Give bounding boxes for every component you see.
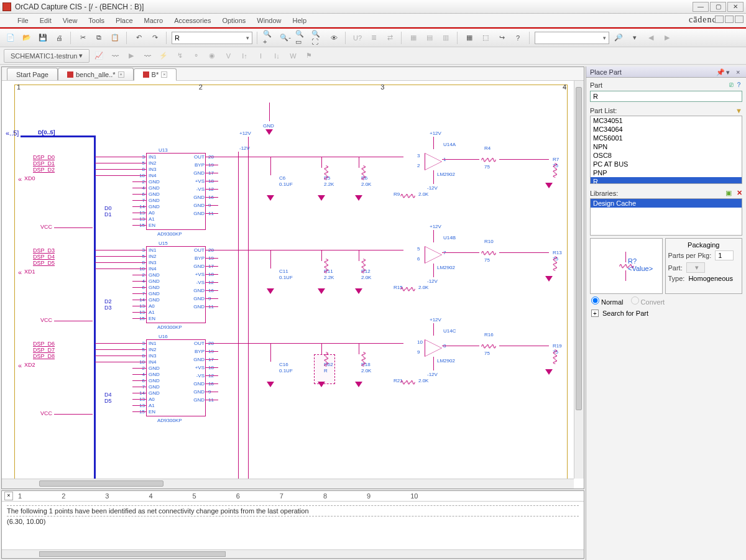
- find-dropdown[interactable]: ▾: [628, 31, 642, 45]
- schematic-dropdown[interactable]: SCHEMATIC1-testrun ▾: [4, 49, 90, 63]
- part-search-combo[interactable]: R: [172, 32, 252, 44]
- log-close-icon[interactable]: ×: [4, 492, 13, 500]
- menu-window[interactable]: Window: [252, 15, 286, 26]
- probe-i-button[interactable]: ↯: [173, 49, 186, 63]
- v-marker-button[interactable]: V: [221, 49, 235, 63]
- area-select-button[interactable]: ⬚: [479, 31, 492, 45]
- paste-button[interactable]: 📋: [108, 31, 122, 45]
- expand-icon[interactable]: +: [591, 310, 599, 317]
- log-hscroll[interactable]: [2, 549, 584, 558]
- sim-view-button[interactable]: 〰: [140, 49, 154, 63]
- find-next[interactable]: ▶: [660, 31, 674, 45]
- part-list-item[interactable]: MC34051: [591, 116, 742, 125]
- help-button[interactable]: ?: [511, 31, 525, 45]
- maximize-button[interactable]: ▢: [710, 2, 726, 12]
- panel-close-icon[interactable]: ×: [736, 68, 744, 76]
- part-list-item[interactable]: PNP: [591, 168, 742, 177]
- sim-profile-button[interactable]: 📈: [92, 49, 106, 63]
- sim-edit-button[interactable]: 〰: [108, 49, 122, 63]
- tab-bench[interactable]: bench_alle..*×: [58, 68, 134, 80]
- sim-run-button[interactable]: ▶: [124, 49, 138, 63]
- part-input[interactable]: [590, 91, 742, 102]
- find-combo[interactable]: [535, 32, 609, 44]
- log-body[interactable]: The following 1 points have been identif…: [2, 502, 584, 549]
- netlist-button[interactable]: ▦: [407, 31, 420, 45]
- close-button[interactable]: ✕: [727, 2, 744, 12]
- flag-button[interactable]: ⚑: [302, 49, 316, 63]
- tab-close[interactable]: ×: [161, 71, 167, 78]
- crossref-button[interactable]: ▥: [439, 31, 453, 45]
- scrollbar-thumb[interactable]: [39, 480, 163, 487]
- tab-start-page[interactable]: Start Page: [7, 68, 58, 80]
- part-list-item[interactable]: MC34064: [591, 125, 742, 134]
- i3-marker-button[interactable]: I↓: [270, 49, 283, 63]
- backannotate-button[interactable]: ⇄: [383, 31, 397, 45]
- part-list[interactable]: MC34051MC34064MC56001NPNOSC8PC AT BUSPNP…: [590, 116, 742, 184]
- part-help-icon[interactable]: ？: [735, 81, 742, 88]
- open-button[interactable]: 📂: [20, 31, 34, 45]
- part-list-item[interactable]: R: [591, 177, 742, 184]
- scrollbar-thumb[interactable]: [576, 87, 582, 410]
- annotate-button[interactable]: ≣: [367, 31, 380, 45]
- pin-icon[interactable]: 📌: [716, 68, 724, 76]
- save-button[interactable]: 💾: [36, 31, 50, 45]
- copy-button[interactable]: ⧉: [92, 31, 106, 45]
- print-button[interactable]: 🖨: [52, 31, 66, 45]
- visibility-button[interactable]: 👁: [327, 31, 341, 45]
- scrollbar-thumb[interactable]: [39, 551, 226, 557]
- probe-v-button[interactable]: ⚡: [157, 49, 170, 63]
- zoom-area-button[interactable]: 🔍▭: [295, 31, 308, 45]
- panel-menu-icon[interactable]: ▾: [726, 68, 734, 76]
- find-prev[interactable]: ◀: [644, 31, 658, 45]
- part-list-item[interactable]: MC56001: [591, 134, 742, 142]
- tab-close[interactable]: ×: [118, 71, 124, 78]
- undo-button[interactable]: ↶: [132, 31, 145, 45]
- horizontal-scrollbar[interactable]: [2, 479, 574, 489]
- drag-button[interactable]: ↪: [495, 31, 509, 45]
- menu-help[interactable]: Help: [287, 15, 311, 26]
- probe-w-button[interactable]: ⚬: [189, 49, 203, 63]
- part-list-item[interactable]: OSC8: [591, 151, 742, 160]
- w-marker-button[interactable]: W: [286, 49, 300, 63]
- zoom-out-button[interactable]: 🔍-: [279, 31, 292, 45]
- cut-button[interactable]: ✂: [76, 31, 90, 45]
- filter-icon[interactable]: ▼: [735, 107, 742, 114]
- mdi-min[interactable]: [715, 16, 724, 23]
- menu-macro[interactable]: Macro: [139, 15, 168, 26]
- place-part-icon[interactable]: ⎚: [729, 81, 734, 88]
- minimize-button[interactable]: —: [693, 2, 709, 12]
- remove-library-icon[interactable]: ✕: [737, 189, 742, 197]
- zoom-fit-button[interactable]: 🔍⛶: [311, 31, 325, 45]
- vertical-scrollbar[interactable]: [574, 81, 584, 479]
- part-list-item[interactable]: NPN: [591, 142, 742, 151]
- bom-button[interactable]: ▤: [423, 31, 436, 45]
- mdi-close[interactable]: [735, 16, 744, 23]
- radio-convert[interactable]: Convert: [631, 296, 665, 306]
- search-for-part[interactable]: + Search for Part: [586, 308, 746, 321]
- radio-normal[interactable]: Normal: [591, 296, 624, 306]
- part-list-item[interactable]: PC AT BUS: [591, 160, 742, 168]
- tab-b[interactable]: B*×: [134, 68, 177, 81]
- add-library-icon[interactable]: ▣: [725, 189, 732, 197]
- menu-file[interactable]: File: [12, 15, 34, 26]
- drc-button[interactable]: U?: [351, 31, 364, 45]
- schematic-canvas[interactable]: 1 2 3 4 GNDD[0..5]«..5]+12V-12VDSP_D0DSP…: [2, 81, 574, 479]
- menu-edit[interactable]: Edit: [35, 15, 57, 26]
- menu-tools[interactable]: Tools: [83, 15, 109, 26]
- canvas-viewport[interactable]: 1 2 3 4 GNDD[0..5]«..5]+12V-12VDSP_D0DSP…: [2, 81, 584, 489]
- menu-place[interactable]: Place: [111, 15, 138, 26]
- zoom-in-button[interactable]: 🔍+: [262, 31, 276, 45]
- menu-options[interactable]: Options: [217, 15, 251, 26]
- redo-button[interactable]: ↷: [148, 31, 162, 45]
- libraries-list[interactable]: Design Cache: [590, 198, 742, 236]
- menu-accessories[interactable]: Accessories: [169, 15, 216, 26]
- menu-view[interactable]: View: [58, 15, 83, 26]
- i-marker-button[interactable]: I↑: [237, 49, 251, 63]
- mdi-max[interactable]: [725, 16, 734, 23]
- probe-mark-button[interactable]: ◉: [205, 49, 219, 63]
- part-selector[interactable]: ▾: [686, 262, 705, 273]
- new-button[interactable]: 📄: [4, 31, 17, 45]
- grid-snap-button[interactable]: ▦: [463, 31, 476, 45]
- library-item[interactable]: Design Cache: [591, 199, 742, 208]
- binoculars-icon[interactable]: 🔎: [612, 31, 625, 45]
